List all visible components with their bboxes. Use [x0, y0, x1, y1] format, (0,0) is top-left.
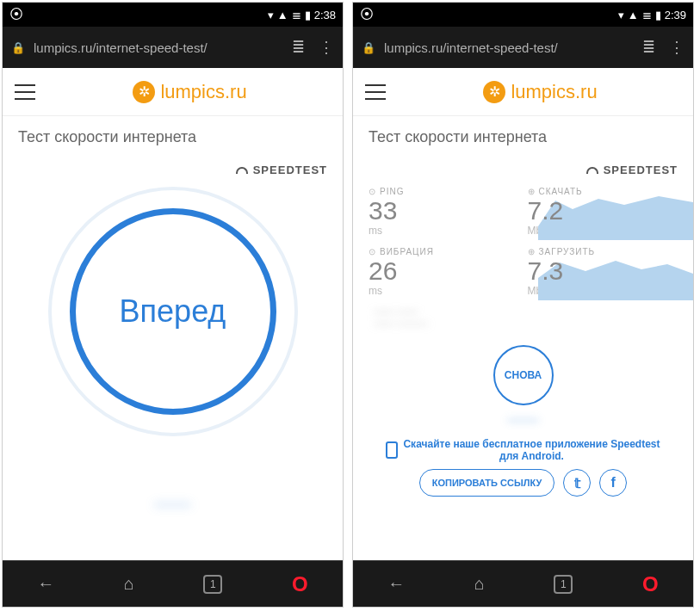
clock-text: 2:39: [665, 9, 686, 22]
share-row: КОПИРОВАТЬ ССЫЛКУ 𝕥 f: [369, 469, 678, 497]
clock-text: 2:38: [314, 9, 336, 22]
wifi-icon: ▾: [268, 9, 274, 22]
hamburger-icon[interactable]: [15, 84, 35, 100]
facebook-icon[interactable]: f: [599, 469, 627, 497]
go-ring-outer: Вперед: [48, 187, 298, 436]
orange-icon: ✲: [133, 81, 155, 103]
back-icon[interactable]: ←: [37, 574, 54, 594]
vibrate-icon: ≣: [292, 9, 301, 22]
download-icon: ⊕: [528, 187, 536, 196]
logo-text: lumpics.ru: [160, 81, 246, 103]
download-cell: ⊕СКАЧАТЬ 7.2 Mbps: [528, 187, 678, 230]
url-text: lumpics.ru/internet-speed-test/: [34, 40, 283, 55]
hamburger-icon[interactable]: [365, 84, 386, 100]
vibrate-icon: ≣: [642, 9, 652, 22]
menu-dots-icon[interactable]: ⋮: [669, 38, 685, 57]
signal-icon: ▲: [628, 9, 639, 22]
opera-icon[interactable]: O: [642, 572, 659, 596]
site-logo[interactable]: ✲ lumpics.ru: [49, 81, 331, 103]
lock-icon: 🔒: [362, 41, 375, 54]
page-title: Тест скорости интернета: [369, 128, 678, 146]
ping-icon: ⊙: [369, 187, 376, 196]
jitter-cell: ⊙ВИБРАЦИЯ 26 ms: [369, 247, 519, 297]
twitter-icon[interactable]: 𝕥: [563, 469, 591, 497]
speedtest-brand: SPEEDTEST: [18, 164, 327, 176]
lock-icon: 🔒: [11, 41, 25, 54]
orange-icon: ✲: [483, 81, 505, 103]
speedtest-brand: SPEEDTEST: [369, 164, 678, 176]
battery-icon: ▮: [655, 9, 661, 22]
app-promo[interactable]: Скачайте наше бесплатное приложение Spee…: [369, 438, 678, 462]
page-content: Тест скорости интернета SPEEDTEST ⊙PING …: [353, 116, 693, 560]
phone-icon: [386, 441, 398, 459]
opera-icon[interactable]: O: [292, 572, 308, 596]
blurred-server-info: —— ———— ———: [374, 306, 678, 330]
site-logo[interactable]: ✲ lumpics.ru: [400, 81, 681, 103]
menu-dots-icon[interactable]: ⋮: [319, 38, 334, 57]
copy-link-button[interactable]: КОПИРОВАТЬ ССЫЛКУ: [419, 469, 555, 497]
reader-icon[interactable]: ≣: [642, 38, 655, 57]
gauge-icon: [586, 167, 598, 174]
signal-icon: ▲: [277, 9, 288, 22]
browser-bottom-bar: ← ⌂ 1 O: [353, 560, 693, 607]
logo-text: lumpics.ru: [511, 81, 597, 103]
ping-cell: ⊙PING 33 ms: [369, 187, 519, 237]
site-header: ✲ lumpics.ru: [3, 68, 343, 116]
status-bar: ⦿ ▾ ▲ ≣ ▮ 2:38: [3, 3, 343, 27]
shazam-icon: ⦿: [9, 7, 23, 22]
results-grid: ⊙PING 33 ms ⊕СКАЧАТЬ 7.2 Mbps ⊙ВИБРАЦИЯ …: [369, 187, 678, 297]
phone-right: ⦿ ▾ ▲ ≣ ▮ 2:39 🔒 lumpics.ru/internet-spe…: [352, 2, 694, 608]
again-button[interactable]: СНОВА: [493, 345, 554, 405]
tabs-icon[interactable]: 1: [203, 575, 222, 594]
site-header: ✲ lumpics.ru: [353, 68, 693, 116]
go-button[interactable]: Вперед: [70, 208, 276, 415]
back-icon[interactable]: ←: [387, 574, 405, 594]
jitter-icon: ⊙: [369, 247, 376, 256]
page-title: Тест скорости интернета: [18, 128, 327, 146]
shazam-icon: ⦿: [360, 7, 374, 22]
home-icon[interactable]: ⌂: [474, 574, 485, 594]
wifi-icon: ▾: [618, 9, 624, 22]
upload-cell: ⊕ЗАГРУЗИТЬ 7.3 Mbps: [528, 247, 678, 290]
browser-url-bar[interactable]: 🔒 lumpics.ru/internet-speed-test/ ≣ ⋮: [353, 27, 693, 68]
battery-icon: ▮: [305, 9, 311, 22]
upload-icon: ⊕: [528, 247, 536, 256]
status-bar: ⦿ ▾ ▲ ≣ ▮ 2:39: [353, 3, 693, 27]
reader-icon[interactable]: ≣: [292, 38, 305, 57]
url-text: lumpics.ru/internet-speed-test/: [384, 40, 634, 55]
phone-left: ⦿ ▾ ▲ ≣ ▮ 2:38 🔒 lumpics.ru/internet-spe…: [2, 2, 344, 608]
tabs-icon[interactable]: 1: [554, 575, 573, 594]
browser-url-bar[interactable]: 🔒 lumpics.ru/internet-speed-test/ ≣ ⋮: [3, 27, 343, 68]
page-content: Тест скорости интернета SPEEDTEST Вперед…: [3, 116, 343, 560]
blurred-info: ———: [18, 497, 327, 510]
gauge-icon: [236, 167, 248, 174]
blurred-link: ———: [369, 414, 678, 426]
home-icon[interactable]: ⌂: [124, 574, 134, 594]
browser-bottom-bar: ← ⌂ 1 O: [3, 560, 343, 607]
